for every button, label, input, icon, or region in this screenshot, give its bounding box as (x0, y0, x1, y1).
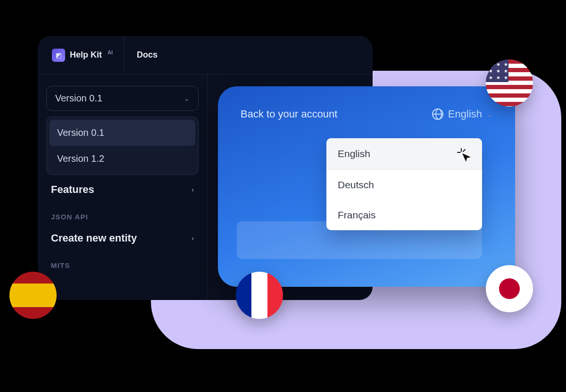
sidebar-item-label: Create new entity (51, 232, 137, 244)
flag-es-icon (9, 272, 57, 319)
sidebar-item-features[interactable]: Features › (46, 175, 199, 201)
language-option[interactable]: English (326, 138, 482, 170)
sidebar-section-json-api: JSON API (46, 201, 199, 224)
version-select[interactable]: Version 0.1 ⌄ (46, 86, 199, 111)
brand-logo-icon: ◩ (52, 49, 65, 62)
flag-fr-icon (236, 272, 283, 319)
chevron-right-icon: › (191, 234, 194, 242)
flag-jp-icon (486, 265, 533, 312)
language-option[interactable]: Français (326, 200, 482, 230)
version-option[interactable]: Version 0.1 (50, 120, 195, 146)
brand[interactable]: ◩ Help Kit AI (52, 36, 125, 74)
language-option[interactable]: Deutsch (326, 170, 482, 200)
globe-icon (432, 108, 443, 120)
language-panel-header: Back to your account English ⌄ (241, 108, 492, 120)
cursor-click-icon (458, 148, 471, 160)
flag-us-icon (486, 59, 533, 107)
nav-docs[interactable]: Docs (137, 50, 158, 60)
version-options: Version 0.1 Version 1.2 (46, 117, 199, 175)
language-panel: Back to your account English ⌄ English (218, 86, 515, 287)
sidebar-item-label: Features (51, 183, 94, 196)
language-option-label: English (338, 148, 370, 159)
back-to-account-link[interactable]: Back to your account (241, 108, 337, 120)
brand-name: Help Kit (70, 50, 102, 60)
sidebar-section-limits: MITS (46, 250, 199, 272)
version-option[interactable]: Version 1.2 (50, 146, 195, 172)
sidebar: Version 0.1 ⌄ Version 0.1 Version 1.2 Fe… (38, 75, 208, 300)
sidebar-item-create-entity[interactable]: Create new entity › (46, 224, 199, 250)
language-dropdown: English Deutsch Français (326, 138, 482, 230)
language-option-label: Français (338, 209, 376, 221)
svg-line-2 (463, 150, 465, 151)
language-switcher[interactable]: English ⌄ (432, 108, 492, 120)
language-current: English (448, 108, 482, 120)
chevron-down-icon: ⌄ (487, 110, 492, 118)
language-option-label: Deutsch (338, 179, 374, 191)
brand-suffix: AI (108, 50, 113, 55)
version-select-label: Version 0.1 (55, 93, 102, 104)
chevron-down-icon: ⌄ (184, 95, 190, 102)
app-header: ◩ Help Kit AI Docs (38, 36, 373, 75)
chevron-right-icon: › (191, 186, 194, 193)
